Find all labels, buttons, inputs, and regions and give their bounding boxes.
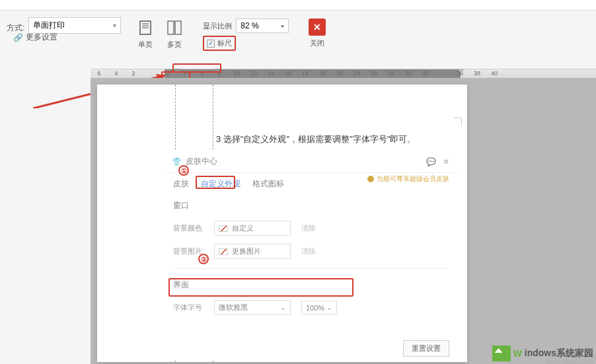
ruler-number: 32: [417, 70, 434, 77]
ruler-toggle[interactable]: ✓ 标尺: [203, 36, 236, 51]
bg-color-input[interactable]: 自定义: [214, 221, 291, 236]
close-button[interactable]: ✕: [309, 18, 326, 36]
ruler-number: 20: [314, 70, 331, 77]
tab-skin[interactable]: 皮肤: [173, 178, 189, 190]
link-icon: 🔗: [13, 33, 23, 42]
watermark-prefix: W: [513, 348, 522, 359]
multi-page-button[interactable]: 多页: [162, 17, 187, 51]
ruler-label: 标尺: [217, 38, 232, 48]
font-row: 字体字号 微软雅黑 100%: [164, 296, 457, 319]
ruler-number: 22: [331, 70, 348, 77]
page: 3 选择"自定义外观"，根据需要调整"字体字号"即可。 👕 皮肤中心 💬 ✕ 皮…: [97, 85, 467, 362]
close-label: 关闭: [310, 38, 324, 48]
annotation-box-font-row: [168, 278, 354, 297]
popup-title-text: 皮肤中心: [186, 156, 217, 167]
ruler-number: 4: [108, 70, 125, 77]
premium-note[interactable]: 当能可尊享超级会员皮肤: [367, 174, 449, 184]
crop-mark-tr: [454, 118, 462, 126]
ruler-number: 24: [348, 70, 365, 77]
popup-close-icon[interactable]: ✕: [443, 157, 449, 166]
tshirt-icon: 👕: [172, 157, 182, 166]
premium-icon: [367, 176, 374, 182]
ruler-number: 10: [228, 70, 245, 77]
instruction-text: 3 选择"自定义外观"，根据需要调整"字体字号"即可。: [216, 133, 416, 145]
font-size-select[interactable]: 100%: [301, 301, 337, 314]
single-page-button[interactable]: 单页: [133, 17, 158, 51]
svg-rect-5: [175, 21, 181, 34]
ruler-number: [434, 70, 451, 77]
feedback-icon[interactable]: 💬: [426, 157, 436, 166]
bg-color-clear[interactable]: 清除: [301, 223, 316, 233]
zoom-group: 显示比例 82 % ✓ 标尺: [199, 17, 293, 52]
tab-format-icons[interactable]: 格式图标: [252, 178, 284, 190]
close-icon: ✕: [313, 22, 321, 32]
annotation-circle-2: ②: [198, 254, 209, 264]
ruler-number: 28: [383, 70, 400, 77]
page-view-group: 单页 多页: [133, 17, 187, 51]
ruler-number: 2: [125, 70, 142, 77]
multi-page-icon: [166, 18, 183, 37]
zoom-label: 显示比例: [203, 21, 232, 31]
annotation-box-tab: [196, 176, 235, 189]
more-settings-link[interactable]: 🔗 更多设置: [7, 32, 57, 43]
top-panel: [0, 0, 596, 11]
ruler-number: [142, 70, 159, 77]
bg-image-input[interactable]: 更换图片: [214, 244, 291, 259]
popup-header: 👕 皮肤中心 💬 ✕: [164, 151, 457, 173]
svg-rect-4: [168, 21, 174, 34]
ruler-number: 26: [365, 70, 383, 77]
close-group: ✕ 关闭: [305, 17, 330, 50]
bg-image-clear[interactable]: 清除: [301, 246, 316, 256]
single-page-icon: [137, 18, 154, 37]
watermark-main: indows系统家园: [525, 347, 593, 359]
ruler-number: 12: [245, 70, 262, 77]
divider: [173, 268, 448, 269]
more-settings-label: 更多设置: [26, 32, 57, 43]
bg-color-row: 背景颜色 自定义 清除: [164, 217, 457, 240]
font-family-select[interactable]: 微软雅黑: [214, 300, 291, 315]
color-swatch-icon: [219, 225, 228, 232]
single-page-label: 单页: [138, 40, 153, 50]
reset-button[interactable]: 重置设置: [403, 340, 449, 357]
ruler-checkbox-icon: ✓: [207, 40, 215, 48]
ruler-number: 16: [279, 70, 297, 77]
multi-page-label: 多页: [167, 40, 182, 50]
font-label: 字体字号: [173, 303, 204, 312]
section-window-label: 窗口: [164, 195, 457, 217]
ruler-number: 14: [262, 70, 279, 77]
ruler-number: 18: [297, 70, 314, 77]
toolbar: 方式: 单面打印 单页 多页 显示比例 82 % ✓ 标尺 ✕: [0, 17, 596, 63]
ruler-number: 38: [468, 70, 486, 77]
skin-center-popup: 👕 皮肤中心 💬 ✕ 皮肤 自定义外观 格式图标 ① 当能可尊享超级会员皮肤: [164, 151, 457, 361]
zoom-combo[interactable]: 82 %: [236, 18, 289, 33]
annotation-circle-1: ①: [178, 165, 189, 176]
ruler-number: 30: [400, 70, 417, 77]
premium-text: 当能可尊享超级会员皮肤: [377, 174, 449, 184]
ruler-number: 40: [486, 70, 503, 77]
bg-color-label: 背景颜色: [173, 223, 204, 233]
image-swatch-icon: [219, 248, 228, 255]
right-margin-marker[interactable]: [458, 69, 465, 73]
document-viewport[interactable]: 3 选择"自定义外观"，根据需要调整"字体字号"即可。 👕 皮肤中心 💬 ✕ 皮…: [91, 78, 596, 364]
watermark-url: www.ruibaifu.com: [546, 359, 593, 364]
watermark-logo-icon: [492, 346, 511, 361]
ruler-number: 6: [91, 70, 108, 77]
